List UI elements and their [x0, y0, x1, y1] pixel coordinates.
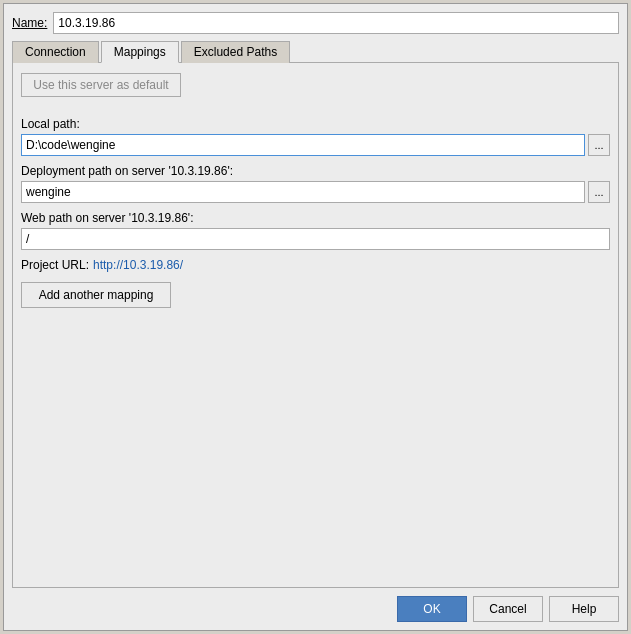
- cancel-button[interactable]: Cancel: [473, 596, 543, 622]
- tab-content: Use this server as default Local path: .…: [12, 63, 619, 588]
- dialog: Name: Connection Mappings Excluded Paths…: [3, 3, 628, 631]
- tabs-row: Connection Mappings Excluded Paths: [12, 40, 619, 63]
- project-url-row: Project URL: http://10.3.19.86/: [21, 258, 610, 272]
- project-url-label: Project URL:: [21, 258, 89, 272]
- local-path-label: Local path:: [21, 117, 610, 131]
- tab-mappings[interactable]: Mappings: [101, 41, 179, 63]
- deployment-path-browse-button[interactable]: ...: [588, 181, 610, 203]
- help-button[interactable]: Help: [549, 596, 619, 622]
- deployment-path-row: ...: [21, 181, 610, 203]
- bottom-bar: OK Cancel Help: [12, 588, 619, 622]
- tab-connection[interactable]: Connection: [12, 41, 99, 63]
- local-path-row: ...: [21, 134, 610, 156]
- use-default-button[interactable]: Use this server as default: [21, 73, 181, 97]
- local-path-input[interactable]: [21, 134, 585, 156]
- ok-button[interactable]: OK: [397, 596, 467, 622]
- project-url-link[interactable]: http://10.3.19.86/: [93, 258, 183, 272]
- name-input[interactable]: [53, 12, 619, 34]
- add-mapping-button[interactable]: Add another mapping: [21, 282, 171, 308]
- deployment-path-input[interactable]: [21, 181, 585, 203]
- tab-excluded-paths[interactable]: Excluded Paths: [181, 41, 290, 63]
- name-row: Name:: [12, 12, 619, 34]
- web-path-input[interactable]: [21, 228, 610, 250]
- name-label: Name:: [12, 16, 47, 30]
- web-path-label: Web path on server '10.3.19.86':: [21, 211, 610, 225]
- local-path-browse-button[interactable]: ...: [588, 134, 610, 156]
- deployment-path-label: Deployment path on server '10.3.19.86':: [21, 164, 610, 178]
